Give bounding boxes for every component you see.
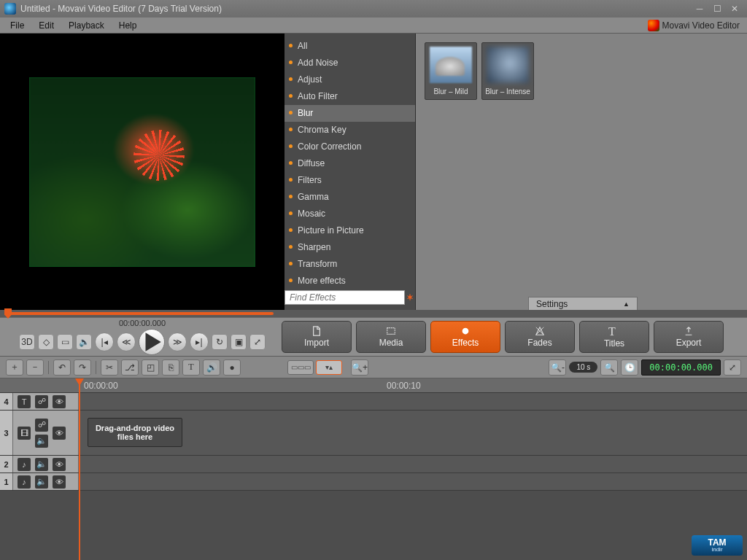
insert-button[interactable]: ⎘ bbox=[162, 359, 179, 376]
track-3[interactable]: 3 🎞 ☍ 🔈 👁 Drag-and-drop video files here bbox=[0, 411, 747, 456]
zoom-in-button[interactable]: 🔍+ bbox=[351, 359, 368, 376]
mute-track-icon[interactable]: 🔈 bbox=[35, 435, 48, 448]
frame-button[interactable]: ▭ bbox=[57, 334, 73, 350]
tab-titles[interactable]: T Titles bbox=[579, 321, 649, 353]
eye-icon[interactable]: 👁 bbox=[53, 458, 66, 471]
menu-edit[interactable]: Edit bbox=[31, 19, 61, 32]
fullscreen-button[interactable]: ⤢ bbox=[249, 334, 266, 350]
remove-track-button[interactable]: － bbox=[26, 359, 44, 376]
record-button[interactable]: ● bbox=[223, 359, 241, 376]
maximize-button[interactable]: ☐ bbox=[709, 3, 725, 15]
effects-category-list: AllAdd NoiseAdjustAuto FilterBlurChroma … bbox=[285, 34, 416, 310]
preset-thumb bbox=[430, 47, 472, 83]
effect-category-item[interactable]: Blur bbox=[285, 105, 415, 122]
track-1[interactable]: 1 ♪ 🔈 👁 bbox=[0, 473, 747, 491]
rewind-button[interactable]: ≪ bbox=[117, 332, 136, 351]
effect-category-item[interactable]: Chroma Key bbox=[285, 122, 415, 139]
add-track-button[interactable]: ＋ bbox=[6, 359, 23, 376]
brand-icon bbox=[648, 20, 659, 31]
snapshot-button[interactable]: ▣ bbox=[231, 334, 247, 350]
storyboard-view-button[interactable]: ▭▭▭ bbox=[287, 360, 314, 375]
svg-point-1 bbox=[462, 328, 469, 335]
link-track-icon[interactable]: ☍ bbox=[35, 395, 48, 408]
preset-label: Blur – Mild bbox=[433, 88, 468, 96]
title-tool-button[interactable]: T bbox=[182, 359, 200, 376]
track-2[interactable]: 2 ♪ 🔈 👁 bbox=[0, 456, 747, 473]
tab-export[interactable]: Export bbox=[654, 321, 724, 353]
effect-category-item[interactable]: Adjust bbox=[285, 71, 415, 88]
effect-category-item[interactable]: Filters bbox=[285, 172, 415, 189]
view-3d-button[interactable]: 3D bbox=[19, 334, 35, 350]
effect-category-item[interactable]: More effects bbox=[285, 273, 415, 289]
settings-drawer-toggle[interactable]: Settings ▲ bbox=[528, 297, 638, 310]
eye-icon[interactable]: 👁 bbox=[53, 427, 66, 440]
menubar: File Edit Playback Help Movavi Video Edi… bbox=[0, 18, 747, 34]
effect-preset[interactable]: Blur – Intense bbox=[481, 42, 534, 100]
audio-track-icon[interactable]: ♪ bbox=[18, 475, 31, 489]
effect-category-item[interactable]: Transform bbox=[285, 256, 415, 273]
effect-category-item[interactable]: All bbox=[285, 38, 415, 55]
minimize-button[interactable]: ─ bbox=[692, 3, 708, 15]
close-button[interactable]: ✕ bbox=[727, 3, 743, 15]
effect-category-item[interactable]: Color Correction bbox=[285, 139, 415, 155]
svg-rect-0 bbox=[387, 328, 395, 335]
link-track-icon[interactable]: ☍ bbox=[35, 419, 48, 432]
timeline-ruler[interactable]: 00:00:00 00:00:10 bbox=[0, 378, 747, 393]
effect-category-item[interactable]: Picture in Picture bbox=[285, 222, 415, 239]
clock-button[interactable]: 🕒 bbox=[621, 359, 638, 376]
preview-scrub-bar[interactable] bbox=[0, 310, 747, 317]
playhead[interactable] bbox=[79, 378, 80, 560]
audio-track-icon[interactable]: ♪ bbox=[18, 458, 31, 471]
timeline-toolbar: ＋ － ↶ ↷ ✂ ⎇ ◰ ⎘ T 🔊 ● ▭▭▭ ▾▴ 🔍+ 🔍- 10 s … bbox=[0, 357, 747, 378]
crop-tool-button[interactable]: ◰ bbox=[142, 359, 159, 376]
mute-track-icon[interactable]: 🔈 bbox=[35, 458, 48, 471]
timeline-view-button[interactable]: ▾▴ bbox=[316, 360, 342, 375]
split-button[interactable]: ⎇ bbox=[121, 359, 139, 376]
play-button[interactable] bbox=[139, 329, 165, 355]
tab-fades[interactable]: Fades bbox=[505, 321, 575, 353]
zoom-level[interactable]: 10 s bbox=[569, 362, 597, 373]
redo-button[interactable]: ↷ bbox=[74, 359, 91, 376]
titles-icon: T bbox=[608, 325, 620, 337]
effect-preset[interactable]: Blur – Mild bbox=[425, 42, 477, 100]
timeline: 00:00:00 00:00:10 4 T ☍ 👁 3 🎞 ☍ 🔈 👁 Drag… bbox=[0, 378, 747, 560]
skip-start-button[interactable]: |◂ bbox=[95, 332, 114, 351]
mute-button[interactable]: 🔈 bbox=[76, 334, 92, 350]
eye-icon[interactable]: 👁 bbox=[53, 395, 66, 408]
zoom-fit-button[interactable]: 🔍 bbox=[600, 359, 618, 376]
menu-file[interactable]: File bbox=[3, 19, 31, 32]
loop-button[interactable]: ↻ bbox=[212, 334, 228, 350]
tab-media[interactable]: Media bbox=[356, 321, 426, 353]
forward-button[interactable]: ≫ bbox=[168, 332, 187, 351]
menu-help[interactable]: Help bbox=[112, 19, 144, 32]
skip-end-button[interactable]: ▸| bbox=[190, 332, 209, 351]
clear-search-icon[interactable]: ✶ bbox=[405, 292, 415, 303]
audio-tool-button[interactable]: 🔊 bbox=[203, 359, 220, 376]
undo-button[interactable]: ↶ bbox=[53, 359, 71, 376]
crop-button[interactable]: ◇ bbox=[38, 334, 54, 350]
track-4[interactable]: 4 T ☍ 👁 bbox=[0, 393, 747, 411]
find-effects-input[interactable] bbox=[285, 290, 405, 305]
video-track-icon[interactable]: 🎞 bbox=[18, 427, 31, 440]
text-track-icon[interactable]: T bbox=[18, 395, 31, 408]
effect-category-item[interactable]: Sharpen bbox=[285, 239, 415, 256]
zoom-out-button[interactable]: 🔍- bbox=[549, 359, 566, 376]
preview-image[interactable] bbox=[29, 77, 255, 267]
tab-effects[interactable]: Effects bbox=[430, 321, 500, 353]
expand-timeline-button[interactable]: ⤢ bbox=[724, 359, 741, 376]
effect-category-item[interactable]: Gamma bbox=[285, 189, 415, 206]
find-effects-row: ✶ bbox=[285, 289, 415, 306]
effect-category-item[interactable]: Mosaic bbox=[285, 206, 415, 222]
effect-category-item[interactable]: Diffuse bbox=[285, 155, 415, 172]
cut-button[interactable]: ✂ bbox=[101, 359, 118, 376]
tab-import[interactable]: Import bbox=[282, 321, 352, 353]
effect-category-item[interactable]: Add Noise bbox=[285, 55, 415, 71]
mute-track-icon[interactable]: 🔈 bbox=[35, 475, 48, 489]
titlebar: Untitled - Movavi Video Editor (7 Days T… bbox=[0, 0, 747, 18]
track-4-number: 4 bbox=[0, 393, 13, 410]
eye-icon[interactable]: 👁 bbox=[53, 475, 66, 489]
tab-export-label: Export bbox=[676, 338, 702, 348]
menu-playback[interactable]: Playback bbox=[61, 19, 112, 32]
scrub-knob-icon[interactable] bbox=[4, 308, 12, 319]
effect-category-item[interactable]: Auto Filter bbox=[285, 88, 415, 105]
